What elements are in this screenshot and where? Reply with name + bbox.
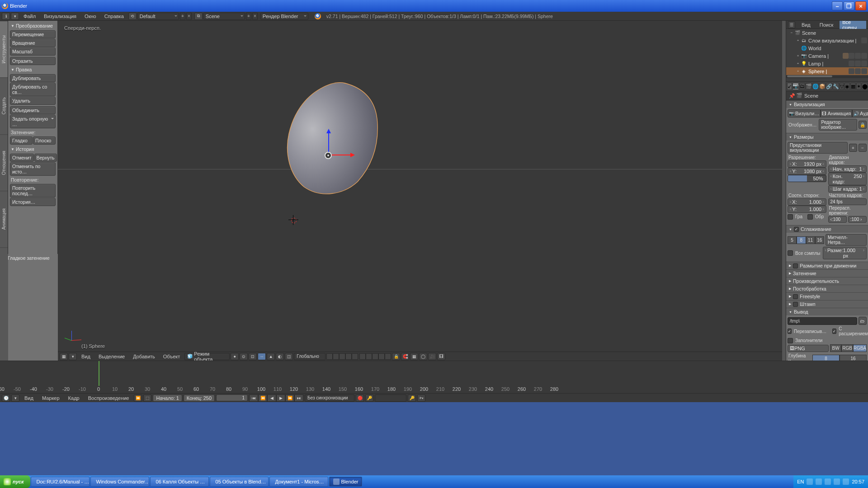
jump-start-icon[interactable]: ⏮ [249, 394, 258, 402]
menu-file[interactable]: Файл [20, 13, 39, 20]
tl-menu-view[interactable]: Вид [21, 394, 37, 402]
display-dropdown[interactable]: Редактор изображе… [819, 119, 857, 131]
back-icon[interactable]: ⟲ [128, 13, 137, 20]
outliner-row[interactable]: +📷Camera | [786, 52, 868, 60]
colormode-rgb[interactable]: RGB [841, 344, 853, 352]
current-frame[interactable]: 1 [216, 394, 248, 401]
timeline-ruler[interactable]: -80-60-40-200204060801001201401601802002… [0, 386, 868, 393]
render-anim-button[interactable]: 🎞Анимация [821, 109, 852, 117]
tl-menu-marker[interactable]: Маркер [38, 394, 63, 402]
manip-rotate-icon[interactable]: ◐ [276, 353, 284, 360]
prev-keyframe-icon[interactable]: ⏪ [258, 394, 267, 402]
duplicate-button[interactable]: Дублировать [10, 74, 56, 82]
expand-icon[interactable]: ▾ [11, 13, 19, 20]
close-button[interactable]: × [855, 1, 866, 10]
outliner-search[interactable]: Поиск [817, 22, 836, 28]
placeholders-checkbox[interactable] [788, 338, 793, 343]
key-delete-icon[interactable]: 🗝 [417, 394, 425, 402]
fps-dropdown[interactable]: 24 fps [828, 198, 867, 205]
undo-history-button[interactable]: Отменить по исто… [10, 162, 56, 176]
aspect-y-field[interactable]: Y:1.000 [788, 206, 826, 213]
snap-type-icon[interactable]: ▦ [410, 353, 418, 360]
ptab-data-icon[interactable]: ▽ [840, 83, 844, 90]
aa-11[interactable]: 11 [806, 236, 815, 244]
editor-3dview-icon[interactable]: ▦ [60, 353, 68, 360]
remap-new-field[interactable]: :100 › [848, 216, 867, 223]
x-axis-arrow[interactable] [328, 155, 354, 155]
snap-toggle-icon[interactable]: 🧲 [401, 353, 409, 360]
depth-8[interactable]: 8 [812, 355, 840, 361]
outliner-row[interactable]: +🗂Слои визуализации | [786, 37, 868, 44]
ptab-object-icon[interactable]: 📦 [819, 83, 826, 90]
filter-size-field[interactable]: Разме:1.000 px [823, 247, 867, 259]
border-checkbox[interactable] [788, 214, 793, 220]
panel-history-head[interactable]: История [9, 145, 57, 153]
start-frame-field[interactable]: Нач. кадр:1 [828, 165, 867, 173]
rotate-button[interactable]: Вращение [10, 39, 56, 47]
output-browse-icon[interactable]: 🗁 [859, 317, 867, 325]
pivot-icon[interactable]: ⊙ [240, 353, 248, 360]
delete-button[interactable]: Удалить [10, 97, 56, 105]
vp-menu-object[interactable]: Объект [160, 353, 184, 360]
panel-motion-blur[interactable]: Размытие при движении [786, 262, 868, 269]
preset-del-icon[interactable]: − [859, 144, 867, 152]
panel-shading[interactable]: Затенение [786, 269, 868, 277]
panel-transform-head[interactable]: Преобразование [9, 22, 57, 30]
colormode-bw[interactable]: BW [830, 344, 841, 352]
menu-window[interactable]: Окно [81, 13, 100, 20]
ptab-layers-icon[interactable]: 🗂 [799, 83, 805, 90]
tray-icon[interactable] [825, 479, 831, 485]
full-sample-checkbox[interactable] [788, 250, 793, 256]
maximize-button[interactable]: ❐ [844, 1, 854, 10]
outliner-editor-icon[interactable]: ☰ [788, 21, 795, 28]
end-frame[interactable]: Конец: 250 [184, 394, 215, 402]
minimize-button[interactable]: – [832, 1, 843, 10]
keying-set-icon[interactable]: 🔑 [365, 394, 373, 402]
aa-8[interactable]: 8 [797, 236, 806, 244]
join-button[interactable]: Объединить [10, 106, 56, 114]
layer-buttons[interactable] [326, 353, 391, 360]
depth-16[interactable]: 16 [840, 355, 867, 361]
tray-icon[interactable] [843, 479, 849, 485]
set-origin-button[interactable]: Задать опорную … [10, 115, 56, 128]
render-preview-icon[interactable]: 🎥 [428, 353, 436, 360]
tl-menu-frame[interactable]: Кадр [65, 394, 83, 402]
scene-add[interactable]: + [246, 13, 251, 20]
undo-button[interactable]: Отменит [10, 154, 34, 162]
res-y-field[interactable]: Y:1080 px [788, 168, 826, 175]
manipulator-center[interactable] [325, 152, 332, 159]
layout-del[interactable]: × [186, 13, 192, 20]
panel-output-head[interactable]: Вывод [786, 308, 868, 315]
outliner-row[interactable]: 🌐World [786, 44, 868, 52]
aa-enable-checkbox[interactable]: ✓ [794, 227, 799, 232]
outliner-row[interactable]: −🎬Scene [786, 29, 868, 37]
taskbar-app-button[interactable]: Документ1 - Micros… [269, 477, 328, 487]
timeline-expand-icon[interactable]: ▾ [11, 394, 19, 402]
timeline-canvas[interactable] [0, 361, 868, 386]
range-icon[interactable]: ⏩ [134, 394, 142, 402]
last-op-head[interactable]: Гладкое затенение [0, 254, 58, 262]
panel-stamp[interactable]: Штамп [786, 300, 868, 308]
taskbar-app-button[interactable]: 05 Объекты в Blend… [210, 477, 269, 487]
vp-menu-add[interactable]: Добавить [129, 353, 159, 360]
next-keyframe-icon[interactable]: ⏩ [285, 394, 294, 402]
ptab-scene-icon[interactable]: 🎬 [806, 83, 812, 90]
frame-step-field[interactable]: Шаг кадра:1 [828, 185, 867, 192]
header-expand-icon[interactable]: ▾ [69, 353, 77, 360]
tl-menu-playback[interactable]: Воспроизведение [85, 394, 133, 402]
panel-aa-head[interactable]: ✓Сглаживание [786, 225, 868, 233]
keying-dropdown[interactable] [375, 394, 406, 402]
shade-flat-button[interactable]: Плоско [33, 136, 56, 145]
scale-button[interactable]: Масштаб [10, 47, 56, 56]
vtab-create[interactable]: Создать [0, 77, 8, 134]
ptab-render-icon[interactable]: 📷 [793, 83, 799, 90]
render-button[interactable]: 📷Визуали… [788, 109, 821, 117]
scene-del[interactable]: × [252, 13, 258, 20]
redo-button[interactable]: Вернуть [34, 154, 57, 162]
translate-button[interactable]: Перемещение [10, 30, 56, 38]
editor-type-icon[interactable]: ℹ [2, 13, 10, 20]
aa-16[interactable]: 16 [815, 236, 824, 244]
ptab-world-icon[interactable]: 🌐 [812, 83, 819, 90]
ptab-texture-icon[interactable]: ▩ [850, 83, 856, 90]
timeline-editor-icon[interactable]: 🕒 [2, 394, 10, 402]
